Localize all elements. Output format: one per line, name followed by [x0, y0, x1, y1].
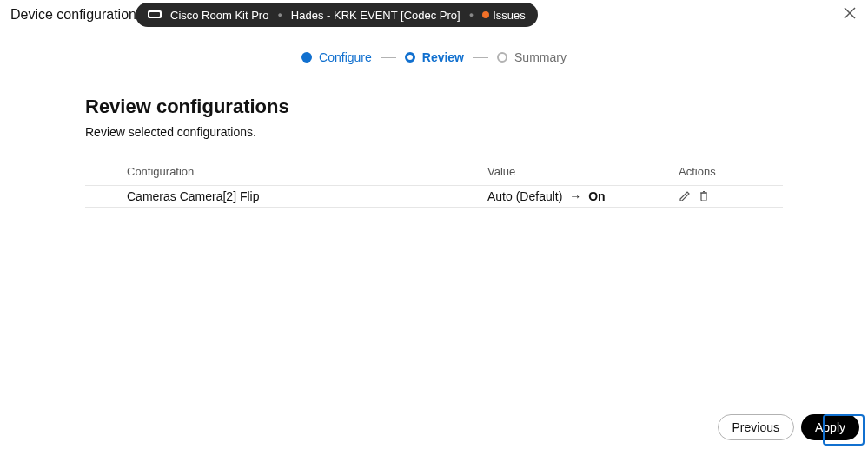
issues-indicator: Issues [482, 9, 526, 22]
previous-button-label: Previous [732, 420, 779, 434]
step-summary-label: Summary [514, 50, 567, 64]
device-name: Hades - KRK EVENT [Codec Pro] [291, 9, 461, 22]
issues-label: Issues [493, 9, 526, 22]
svg-rect-4 [701, 193, 706, 201]
page-subheading: Review selected configurations. [85, 125, 783, 139]
apply-button-label: Apply [815, 420, 845, 434]
step-current-icon [405, 52, 415, 63]
main-content: Review configurations Review selected co… [0, 96, 868, 208]
device-model: Cisco Room Kit Pro [170, 9, 268, 22]
apply-button[interactable]: Apply [801, 414, 859, 440]
cell-actions [679, 190, 783, 202]
delete-icon[interactable] [698, 190, 710, 202]
footer-actions: Previous Apply [716, 413, 862, 442]
cell-value-change: Auto (Default) → On [487, 189, 679, 203]
issues-status-dot [482, 11, 489, 18]
step-pending-icon [497, 52, 507, 63]
pill-separator: ● [277, 11, 282, 19]
step-configure-label: Configure [319, 50, 372, 64]
arrow-icon: → [566, 189, 585, 203]
edit-icon[interactable] [679, 190, 691, 202]
step-connector [381, 57, 396, 58]
column-header-configuration: Configuration [127, 165, 487, 178]
column-header-value: Value [487, 165, 679, 178]
header-bar: Device configurations Cisco Room Kit Pro… [0, 0, 868, 30]
page-heading: Review configurations [85, 96, 783, 118]
svg-rect-1 [149, 12, 160, 17]
previous-button[interactable]: Previous [718, 414, 794, 440]
step-done-icon [301, 52, 312, 63]
table-row: Cameras Camera[2] Flip Auto (Default) → … [85, 185, 783, 208]
new-value: On [588, 189, 605, 203]
old-value: Auto (Default) [487, 189, 562, 203]
configurations-table: Configuration Value Actions Cameras Came… [85, 158, 783, 208]
step-connector [473, 57, 488, 58]
wizard-stepper: Configure Review Summary [0, 50, 868, 64]
close-button[interactable] [844, 7, 859, 23]
device-context-pill: Cisco Room Kit Pro ● Hades - KRK EVENT [… [136, 3, 538, 27]
step-review[interactable]: Review [405, 50, 464, 64]
cell-configuration-name: Cameras Camera[2] Flip [127, 189, 487, 203]
column-header-actions: Actions [679, 165, 783, 178]
table-header-row: Configuration Value Actions [85, 158, 783, 185]
pill-separator: ● [469, 11, 474, 19]
page-title-header: Device configurations [10, 7, 143, 23]
device-icon [148, 10, 162, 19]
step-summary[interactable]: Summary [497, 50, 567, 64]
step-review-label: Review [422, 50, 464, 64]
step-configure[interactable]: Configure [301, 50, 372, 64]
